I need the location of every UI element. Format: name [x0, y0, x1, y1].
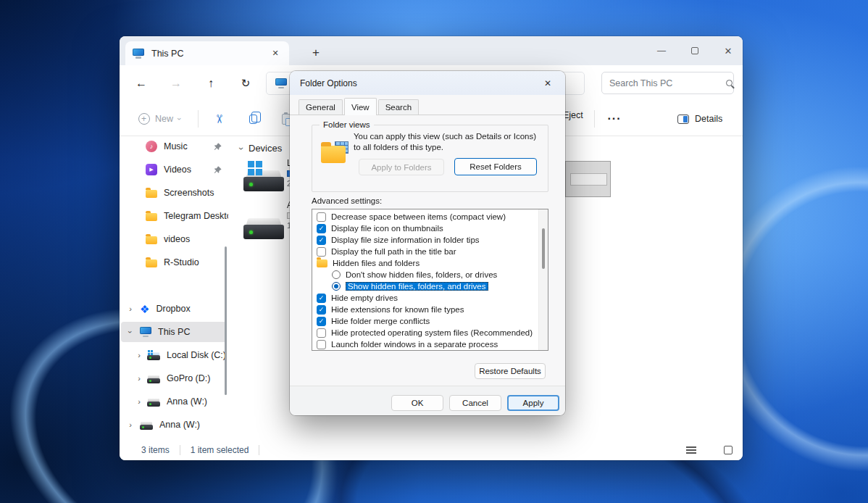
drive-icon [140, 422, 153, 430]
eject-button[interactable]: Eject [563, 110, 583, 120]
dialog-close-icon[interactable] [541, 76, 555, 91]
maximize-button[interactable] [679, 40, 711, 62]
music-icon [146, 141, 157, 152]
tab-general[interactable]: General [299, 99, 343, 115]
forward-button[interactable] [164, 72, 188, 95]
checkbox-checked-icon[interactable] [317, 236, 326, 245]
new-button[interactable]: New [133, 108, 187, 130]
apply-button[interactable]: Apply [507, 395, 559, 411]
apply-to-folders-button[interactable]: Apply to Folders [359, 159, 444, 175]
drive-led [249, 183, 253, 186]
selected-count: 1 item selected [191, 445, 249, 455]
close-button[interactable] [712, 40, 743, 62]
setting-row[interactable]: Hide empty drives [312, 292, 548, 304]
sidebar-item-videos[interactable]: Videos [120, 159, 228, 180]
sidebar-item-videos-folder[interactable]: videos [120, 229, 228, 249]
windows-logo-icon [248, 161, 254, 167]
sidebar-item-anna-w-2[interactable]: Anna (W:) [120, 415, 228, 435]
up-button[interactable] [199, 72, 222, 95]
setting-row[interactable]: Decrease space between items (compact vi… [312, 211, 548, 223]
setting-row[interactable]: Display file size information in folder … [312, 234, 548, 246]
drive-icon-large [243, 170, 284, 191]
checkbox-checked-icon[interactable] [317, 224, 326, 233]
copy-button[interactable] [241, 108, 264, 130]
cancel-button[interactable]: Cancel [449, 395, 501, 411]
search-box[interactable] [601, 72, 734, 94]
search-input[interactable] [609, 78, 726, 88]
sidebar-item-screenshots[interactable]: Screenshots [120, 183, 228, 203]
capacity-bar [570, 173, 607, 186]
tab-view[interactable]: View [344, 98, 377, 115]
ok-button[interactable]: OK [391, 395, 443, 411]
list-scrollbar-thumb[interactable] [542, 228, 545, 269]
devices-section-header[interactable]: Devices [240, 143, 282, 154]
sidebar-item-telegram-desktop[interactable]: Telegram Deskto [120, 206, 228, 226]
tab-search[interactable]: Search [378, 99, 419, 115]
details-label: Details [695, 114, 722, 124]
setting-row[interactable]: Hide extensions for known file types [312, 304, 548, 315]
sidebar-item-music[interactable]: Music [120, 136, 228, 157]
explorer-tab-bar: This PC [120, 36, 743, 65]
sidebar-item-local-disk-c[interactable]: Local Disk (C:) [120, 345, 228, 365]
chevron-right-icon[interactable] [135, 351, 143, 359]
checkbox-unchecked-icon[interactable] [317, 340, 326, 349]
chevron-right-icon[interactable] [127, 420, 134, 429]
checkbox-unchecked-icon[interactable] [317, 247, 326, 257]
details-view-button[interactable]: Details [677, 108, 722, 130]
folder-icon [321, 146, 346, 163]
setting-row[interactable]: Hide protected operating system files (R… [312, 327, 548, 338]
drive-led [142, 426, 144, 428]
monitor-icon [140, 327, 151, 337]
large-icons-view-icon[interactable] [724, 446, 733, 454]
sidebar-item-r-studio[interactable]: R-Studio [120, 252, 228, 273]
checkbox-unchecked-icon[interactable] [317, 328, 326, 338]
drive-tile-anna[interactable] [243, 207, 288, 244]
group-legend: Folder views [320, 120, 374, 129]
new-tab-button[interactable] [308, 45, 324, 61]
refresh-button[interactable] [234, 72, 257, 95]
selected-drive-tile-fragment[interactable] [565, 161, 611, 197]
drive-icon [147, 399, 160, 407]
checkbox-unchecked-icon[interactable] [317, 212, 326, 222]
restore-defaults-button[interactable]: Restore Defaults [475, 363, 546, 379]
cut-button[interactable] [208, 108, 231, 130]
items-count: 3 items [141, 445, 170, 455]
reset-folders-button[interactable]: Reset Folders [454, 158, 537, 175]
chevron-right-icon[interactable] [127, 304, 134, 313]
checkbox-checked-icon[interactable] [317, 317, 326, 326]
sidebar-scrollbar[interactable] [225, 246, 227, 395]
chevron-down-icon [236, 147, 246, 150]
setting-row[interactable]: Don't show hidden files, folders, or dri… [312, 269, 548, 280]
chevron-down-icon [175, 117, 184, 120]
checkbox-checked-icon[interactable] [317, 294, 326, 303]
sidebar-item-anna-w[interactable]: Anna (W:) [120, 391, 228, 412]
setting-row[interactable]: Hide folder merge conflicts [312, 315, 548, 327]
setting-row[interactable]: Display file icon on thumbnails [312, 223, 548, 234]
tab-close-icon[interactable] [269, 47, 282, 60]
back-button[interactable] [130, 72, 153, 95]
list-scrollbar[interactable] [538, 209, 548, 350]
setting-row[interactable]: Launch folder windows in a separate proc… [312, 338, 548, 350]
sidebar-item-gopro-d[interactable]: GoPro (D:) [120, 368, 228, 388]
tab-this-pc[interactable]: This PC [125, 41, 289, 65]
chevron-right-icon[interactable] [135, 397, 143, 406]
minimize-button[interactable] [646, 40, 677, 62]
radio-unselected-icon[interactable] [332, 270, 341, 279]
advanced-settings-list[interactable]: Decrease space between items (compact vi… [312, 209, 548, 351]
more-options-button[interactable] [604, 108, 625, 130]
windows-logo-icon [148, 350, 150, 352]
chevron-down-icon[interactable] [126, 328, 135, 336]
setting-row[interactable]: Display the full path in the title bar [312, 246, 548, 257]
dialog-title-bar[interactable]: Folder Options [290, 71, 565, 95]
desktop: This PC New [0, 0, 868, 503]
sidebar-item-dropbox[interactable]: Dropbox [120, 299, 228, 319]
sidebar-item-this-pc[interactable]: This PC [121, 322, 227, 342]
drive-tile-local-disk[interactable] [243, 159, 288, 196]
chevron-right-icon[interactable] [135, 374, 143, 383]
radio-selected-icon[interactable] [332, 282, 341, 291]
folder-icon [146, 259, 157, 267]
checkbox-checked-icon[interactable] [317, 305, 326, 315]
list-view-icon[interactable] [686, 446, 696, 454]
list-rows: Decrease space between items (compact vi… [312, 209, 548, 350]
setting-row-selected[interactable]: Show hidden files, folders, and drives [312, 280, 548, 292]
